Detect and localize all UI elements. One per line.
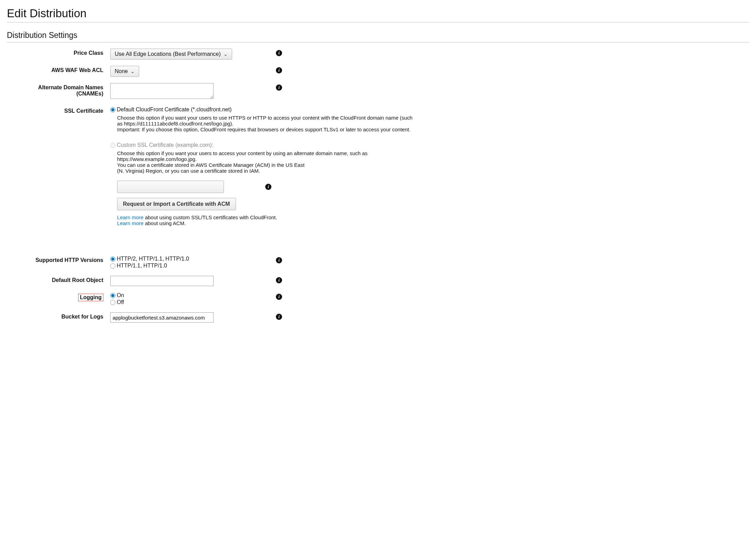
- waf-select[interactable]: None ⌄: [110, 66, 139, 77]
- bucket-input[interactable]: [110, 312, 214, 323]
- label-logging-highlight: Logging: [78, 294, 103, 301]
- info-icon[interactable]: i: [276, 67, 282, 73]
- label-http: Supported HTTP Versions: [7, 256, 110, 263]
- row-http-versions: Supported HTTP Versions HTTP/2, HTTP/1.1…: [7, 256, 749, 270]
- radio-icon: [110, 143, 115, 148]
- page-title: Edit Distribution: [7, 7, 749, 22]
- label-ssl: SSL Certificate: [7, 107, 110, 114]
- ssl-default-label: Default CloudFront Certificate (*.cloudf…: [117, 107, 231, 113]
- info-icon[interactable]: i: [276, 50, 282, 56]
- radio-icon[interactable]: [110, 293, 115, 298]
- learn-acm-suffix: about using ACM.: [144, 220, 186, 226]
- label-price-class: Price Class: [7, 49, 110, 56]
- http-opt2-row[interactable]: HTTP/1.1, HTTP/1.0: [110, 263, 262, 269]
- custom-cert-input: [117, 181, 224, 193]
- chevron-down-icon: ⌄: [131, 69, 135, 74]
- info-icon[interactable]: i: [276, 294, 282, 300]
- ssl-default-desc: Choose this option if you want your user…: [117, 115, 417, 132]
- learn-more-acm-link[interactable]: Learn more: [117, 220, 144, 226]
- price-class-value: Use All Edge Locations (Best Performance…: [115, 51, 221, 57]
- request-certificate-button[interactable]: Request or Import a Certificate with ACM: [117, 198, 236, 210]
- ssl-custom-radio-row: Custom SSL Certificate (example.com):: [110, 142, 749, 148]
- row-waf: AWS WAF Web ACL None ⌄ i: [7, 66, 749, 77]
- radio-icon[interactable]: [110, 300, 115, 305]
- ssl-custom-label: Custom SSL Certificate (example.com):: [117, 142, 213, 148]
- logging-on-row[interactable]: On: [110, 292, 262, 299]
- http-opt1-row[interactable]: HTTP/2, HTTP/1.1, HTTP/1.0: [110, 256, 262, 262]
- waf-value: None: [115, 68, 128, 74]
- logging-on-label: On: [117, 292, 124, 299]
- label-bucket: Bucket for Logs: [7, 312, 110, 320]
- info-icon[interactable]: i: [276, 277, 282, 283]
- radio-icon[interactable]: [110, 107, 115, 112]
- section-title: Distribution Settings: [7, 31, 749, 42]
- row-price-class: Price Class Use All Edge Locations (Best…: [7, 49, 749, 60]
- info-icon[interactable]: i: [265, 184, 271, 190]
- chevron-down-icon: ⌄: [224, 51, 228, 57]
- row-ssl: SSL Certificate Default CloudFront Certi…: [7, 107, 749, 226]
- row-bucket: Bucket for Logs i: [7, 312, 749, 323]
- logging-off-label: Off: [117, 299, 124, 305]
- http-opt2-label: HTTP/1.1, HTTP/1.0: [117, 263, 167, 269]
- label-waf: AWS WAF Web ACL: [7, 66, 110, 73]
- info-icon[interactable]: i: [276, 84, 282, 91]
- label-root: Default Root Object: [7, 276, 110, 283]
- row-cnames: Alternate Domain Names (CNAMEs) i: [7, 83, 749, 100]
- row-logging: Logging On Off i: [7, 292, 749, 306]
- label-cnames: Alternate Domain Names (CNAMEs): [7, 83, 110, 97]
- radio-icon[interactable]: [110, 256, 115, 262]
- ssl-custom-desc: Choose this option if you want your user…: [117, 150, 417, 174]
- price-class-select[interactable]: Use All Edge Locations (Best Performance…: [110, 49, 232, 60]
- row-root-object: Default Root Object i: [7, 276, 749, 286]
- radio-icon[interactable]: [110, 263, 115, 269]
- learn-more-ssl-link[interactable]: Learn more: [117, 214, 144, 220]
- http-opt1-label: HTTP/2, HTTP/1.1, HTTP/1.0: [117, 256, 189, 262]
- learn-ssl-suffix: about using custom SSL/TLS certificates …: [144, 214, 277, 220]
- ssl-default-radio-row[interactable]: Default CloudFront Certificate (*.cloudf…: [110, 107, 749, 113]
- info-icon[interactable]: i: [276, 314, 282, 320]
- info-icon[interactable]: i: [276, 257, 282, 263]
- root-object-input[interactable]: [110, 276, 214, 286]
- cnames-textarea[interactable]: [110, 83, 214, 99]
- logging-off-row[interactable]: Off: [110, 299, 262, 305]
